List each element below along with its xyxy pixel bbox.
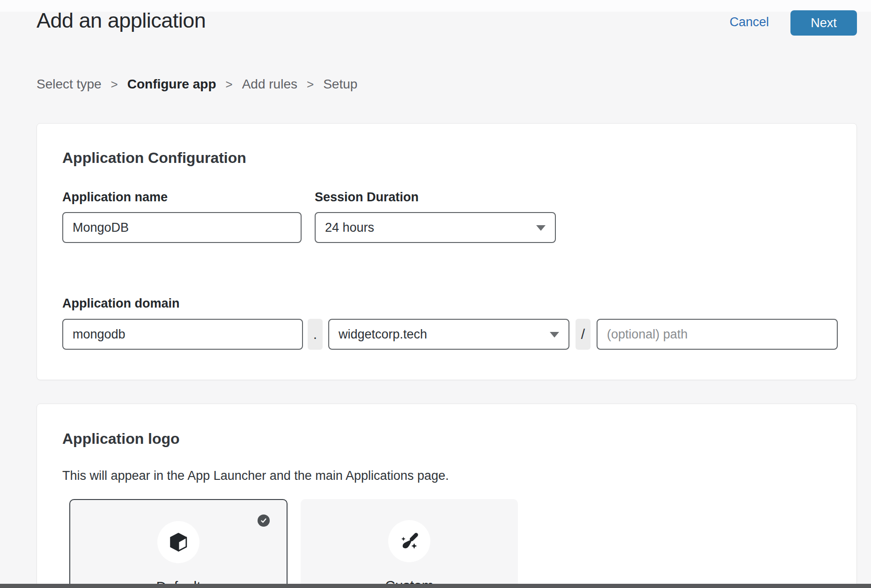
application-configuration-card: Application Configuration Application na… — [37, 123, 857, 380]
page-title: Add an application — [37, 8, 206, 33]
session-duration-value: 24 hours — [325, 220, 374, 235]
next-button[interactable]: Next — [790, 10, 857, 36]
default-logo-circle — [157, 521, 199, 563]
cancel-button[interactable]: Cancel — [730, 15, 769, 29]
application-logo-description: This will appear in the App Launcher and… — [62, 469, 449, 483]
session-duration-label: Session Duration — [315, 190, 419, 205]
selected-check-icon — [258, 514, 270, 527]
breadcrumb-separator-icon: > — [225, 77, 232, 92]
cube-icon — [167, 531, 190, 553]
application-configuration-heading: Application Configuration — [62, 149, 246, 167]
path-input[interactable] — [597, 319, 838, 350]
breadcrumb-step-configure-app: Configure app — [127, 77, 216, 92]
caret-down-icon — [550, 332, 559, 338]
paintbrush-icon — [398, 529, 421, 553]
caret-down-icon — [536, 225, 546, 231]
path-slash-separator: / — [576, 319, 591, 350]
application-name-label: Application name — [62, 190, 168, 205]
logo-option-custom[interactable]: Custom — [301, 499, 518, 588]
application-logo-card: Application logo This will appear in the… — [37, 404, 857, 588]
window-bottom-edge — [0, 584, 871, 588]
breadcrumb-step-add-rules: Add rules — [242, 77, 297, 92]
logo-option-default[interactable]: Default — [69, 499, 288, 588]
custom-logo-circle — [388, 520, 430, 562]
domain-value: widgetcorp.tech — [339, 327, 427, 342]
application-name-input[interactable] — [62, 212, 302, 243]
breadcrumb-separator-icon: > — [111, 77, 118, 92]
subdomain-input[interactable] — [62, 319, 303, 350]
breadcrumb: Select type > Configure app > Add rules … — [37, 77, 357, 92]
application-domain-label: Application domain — [62, 296, 180, 311]
domain-select[interactable]: widgetcorp.tech — [328, 319, 569, 350]
application-logo-heading: Application logo — [62, 430, 180, 448]
breadcrumb-step-select-type: Select type — [37, 77, 102, 92]
session-duration-select[interactable]: 24 hours — [315, 212, 556, 243]
breadcrumb-separator-icon: > — [307, 77, 314, 92]
domain-dot-separator: . — [308, 319, 323, 350]
breadcrumb-step-setup: Setup — [323, 77, 357, 92]
